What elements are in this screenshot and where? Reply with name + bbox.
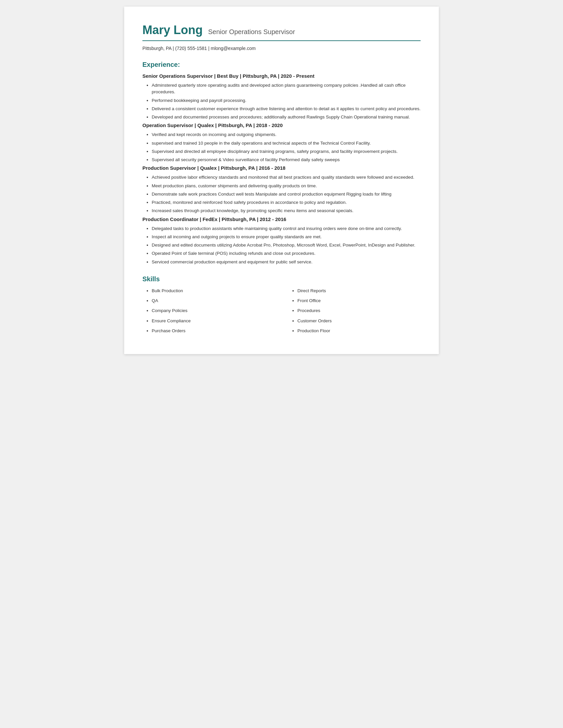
bullet-item: Delivered a consistent customer experien… [152,106,421,112]
bullet-item: Performed bookkeeping and payroll proces… [152,97,421,104]
job-0: Senior Operations Supervisor | Best Buy … [142,73,421,120]
job-1: Operation Supervisor | Qualex | Pittsbur… [142,122,421,163]
skills-section: Skills Bulk ProductionQACompany Policies… [142,275,421,338]
skill-item: Purchase Orders [152,328,275,334]
header-divider [142,40,421,41]
job-bullets-0: Adminstered quarterly store operating au… [152,82,421,120]
skills-list-left: Bulk ProductionQACompany PoliciesEnsure … [152,288,275,334]
resume-header: Mary Long Senior Operations Supervisor P… [142,23,421,51]
candidate-title: Senior Operations Supervisor [208,28,295,35]
job-title-1: Operation Supervisor | Qualex | Pittsbur… [142,122,421,128]
skills-col-left: Bulk ProductionQACompany PoliciesEnsure … [142,288,275,338]
skill-item: Direct Reports [298,288,421,294]
experience-section: Experience: Senior Operations Supervisor… [142,61,421,265]
bullet-item: supervised and trained 10 people in the … [152,140,421,147]
bullet-item: Supervised and directed all employee dis… [152,148,421,155]
bullet-item: Increased sales through product knowledg… [152,207,421,214]
bullet-item: Inspect all incoming and outgoing projec… [152,234,421,240]
bullet-item: Demonstrate safe work practices Conduct … [152,191,421,198]
bullet-item: Achieved positive labor efficiency stand… [152,174,421,181]
experience-section-title: Experience: [142,61,421,68]
bullet-item: Meet production plans, customer shipment… [152,183,421,189]
bullet-item: Serviced commercial production equipment… [152,259,421,265]
skill-item: Company Policies [152,307,275,314]
bullet-item: Practiced, monitored and reinforced food… [152,199,421,206]
job-bullets-1: Verified and kept records on incoming an… [152,131,421,163]
skills-col-right: Direct ReportsFront OfficeProceduresCust… [288,288,421,338]
job-2: Production Supervisor | Qualex | Pittsbu… [142,165,421,214]
skills-columns: Bulk ProductionQACompany PoliciesEnsure … [142,288,421,338]
bullet-item: Delegated tasks to production assistants… [152,225,421,232]
job-bullets-3: Delegated tasks to production assistants… [152,225,421,265]
bullet-item: Designed and edited documents utilizing … [152,242,421,249]
job-bullets-2: Achieved positive labor efficiency stand… [152,174,421,214]
skill-item: Procedures [298,307,421,314]
job-3: Production Coordinator | FedEx | Pittsbu… [142,216,421,265]
skill-item: Ensure Compliance [152,318,275,324]
skill-item: QA [152,297,275,304]
contact-info: Pittsburgh, PA | (720) 555-1581 | mlong@… [142,46,421,51]
bullet-item: Verified and kept records on incoming an… [152,131,421,138]
job-title-0: Senior Operations Supervisor | Best Buy … [142,73,421,79]
skill-item: Customer Orders [298,318,421,324]
job-title-3: Production Coordinator | FedEx | Pittsbu… [142,216,421,222]
skill-item: Front Office [298,297,421,304]
bullet-item: Supervised all security personnel & Vide… [152,157,421,163]
job-title-2: Production Supervisor | Qualex | Pittsbu… [142,165,421,171]
bullet-item: Adminstered quarterly store operating au… [152,82,421,96]
bullet-item: Developed and documented processes and p… [152,114,421,120]
skills-section-title: Skills [142,275,421,283]
candidate-name: Mary Long [142,23,203,37]
skills-list-right: Direct ReportsFront OfficeProceduresCust… [298,288,421,334]
resume-container: Mary Long Senior Operations Supervisor P… [124,7,439,354]
skill-item: Production Floor [298,328,421,334]
skill-item: Bulk Production [152,288,275,294]
bullet-item: Operated Point of Sale terminal (POS) in… [152,250,421,257]
